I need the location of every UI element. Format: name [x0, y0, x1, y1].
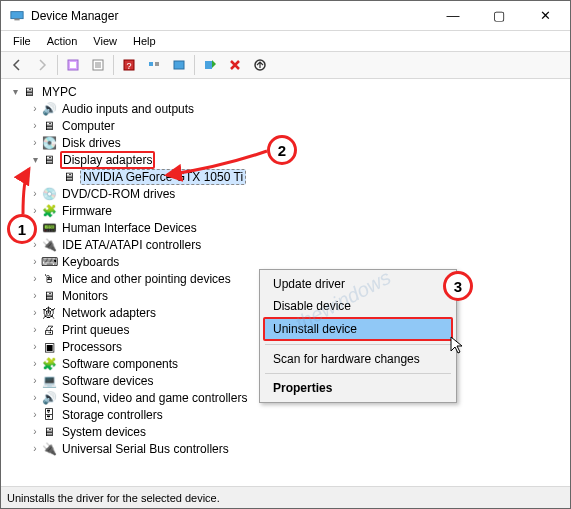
expand-arrow-icon[interactable]: ›: [29, 290, 41, 301]
expand-arrow-icon[interactable]: ›: [29, 358, 41, 369]
tree-item[interactable]: ›🗄Storage controllers: [29, 406, 570, 423]
tree-item[interactable]: ›⌨Keyboards: [29, 253, 570, 270]
device-icon: 🖥: [41, 288, 57, 304]
expand-arrow-icon[interactable]: ›: [29, 324, 41, 335]
tree-item-label[interactable]: Software devices: [60, 374, 155, 388]
mouse-cursor-icon: [450, 336, 464, 357]
tree-item-label[interactable]: Universal Serial Bus controllers: [60, 442, 231, 456]
tree-item[interactable]: ›🔌Universal Serial Bus controllers: [29, 440, 570, 457]
tree-item[interactable]: ›💽Disk drives: [29, 134, 570, 151]
tree-item-label[interactable]: Computer: [60, 119, 117, 133]
device-icon: 📟: [41, 220, 57, 236]
context-menu-item[interactable]: Uninstall device: [263, 317, 453, 341]
device-tree[interactable]: ▾ 🖥 MYPC ›🔊Audio inputs and outputs›🖥Com…: [1, 79, 570, 486]
svg-rect-3: [70, 62, 76, 68]
menubar: File Action View Help: [1, 31, 570, 51]
expand-arrow-icon[interactable]: ›: [29, 409, 41, 420]
tree-item-label[interactable]: Audio inputs and outputs: [60, 102, 196, 116]
expand-arrow-icon[interactable]: ›: [29, 103, 41, 114]
tree-item-label[interactable]: Mice and other pointing devices: [60, 272, 233, 286]
toolbar-properties-button[interactable]: [86, 54, 110, 76]
tree-item-label[interactable]: IDE ATA/ATAPI controllers: [60, 238, 203, 252]
tree-item[interactable]: ›🔊Audio inputs and outputs: [29, 100, 570, 117]
expand-arrow-icon[interactable]: ›: [29, 188, 41, 199]
toolbar-help-button[interactable]: ?: [117, 54, 141, 76]
device-icon: 🗄: [41, 407, 57, 423]
tree-item-label[interactable]: Software components: [60, 357, 180, 371]
tree-item-label[interactable]: Firmware: [60, 204, 114, 218]
device-icon: 🖥: [61, 169, 77, 185]
toolbar-uninstall-button[interactable]: [223, 54, 247, 76]
tree-item[interactable]: ›🖥Computer: [29, 117, 570, 134]
tree-item[interactable]: ›🧩Firmware: [29, 202, 570, 219]
toolbar-separator: [113, 55, 114, 75]
tree-item-label[interactable]: DVD/CD-ROM drives: [60, 187, 177, 201]
svg-text:?: ?: [126, 61, 131, 71]
expand-arrow-icon[interactable]: ›: [29, 392, 41, 403]
tree-item-label[interactable]: Display adapters: [60, 151, 155, 169]
tree-item[interactable]: ›💿DVD/CD-ROM drives: [29, 185, 570, 202]
toolbar-back-button[interactable]: [5, 54, 29, 76]
menu-action[interactable]: Action: [39, 33, 86, 49]
tree-item-label[interactable]: Monitors: [60, 289, 110, 303]
device-icon: 🖥: [41, 118, 57, 134]
tree-item[interactable]: ▾🖥Display adapters: [29, 151, 570, 168]
status-text: Uninstalls the driver for the selected d…: [7, 492, 220, 504]
collapse-arrow-icon[interactable]: ▾: [29, 154, 41, 165]
window-close-button[interactable]: ✕: [522, 1, 568, 30]
expand-arrow-icon[interactable]: ›: [29, 205, 41, 216]
window-title: Device Manager: [31, 9, 430, 23]
window-maximize-button[interactable]: ▢: [476, 1, 522, 30]
tree-root[interactable]: ▾ 🖥 MYPC: [9, 83, 570, 100]
toolbar-update-driver-button[interactable]: [248, 54, 272, 76]
toolbar-small-icons-button[interactable]: [142, 54, 166, 76]
context-menu-separator: [265, 373, 451, 374]
tree-item-label[interactable]: NVIDIA GeForce GTX 1050 Ti: [80, 169, 246, 185]
tree-item-label[interactable]: Sound, video and game controllers: [60, 391, 249, 405]
tree-item-label[interactable]: Disk drives: [60, 136, 123, 150]
toolbar-forward-button[interactable]: [30, 54, 54, 76]
toolbar: ?: [1, 51, 570, 79]
toolbar-separator: [57, 55, 58, 75]
device-icon: 🔌: [41, 441, 57, 457]
menu-help[interactable]: Help: [125, 33, 164, 49]
tree-item-label[interactable]: Keyboards: [60, 255, 121, 269]
tree-item[interactable]: ›📟Human Interface Devices: [29, 219, 570, 236]
expand-arrow-icon[interactable]: ▾: [9, 86, 21, 97]
expand-arrow-icon[interactable]: ›: [29, 120, 41, 131]
expand-arrow-icon[interactable]: ›: [29, 137, 41, 148]
toolbar-scan-hardware-button[interactable]: [198, 54, 222, 76]
statusbar: Uninstalls the driver for the selected d…: [1, 486, 570, 508]
tree-item-label[interactable]: System devices: [60, 425, 148, 439]
tree-item-label[interactable]: Processors: [60, 340, 124, 354]
context-menu-item[interactable]: Update driver: [263, 273, 453, 295]
tree-item-label[interactable]: Network adapters: [60, 306, 158, 320]
device-icon: 🖥: [41, 424, 57, 440]
context-menu-item[interactable]: Scan for hardware changes: [263, 348, 453, 370]
menu-view[interactable]: View: [85, 33, 125, 49]
context-menu-item[interactable]: Properties: [263, 377, 453, 399]
device-icon: 💿: [41, 186, 57, 202]
expand-arrow-icon[interactable]: ›: [29, 307, 41, 318]
toolbar-large-icons-button[interactable]: [167, 54, 191, 76]
device-icon: 🔊: [41, 101, 57, 117]
device-icon: ▣: [41, 339, 57, 355]
tree-item[interactable]: ›🖥System devices: [29, 423, 570, 440]
expand-arrow-icon[interactable]: ›: [29, 273, 41, 284]
expand-arrow-icon[interactable]: ›: [29, 375, 41, 386]
expand-arrow-icon[interactable]: ›: [29, 443, 41, 454]
tree-item[interactable]: ›🔌IDE ATA/ATAPI controllers: [29, 236, 570, 253]
tree-item-label[interactable]: Print queues: [60, 323, 131, 337]
tree-item[interactable]: 🖥NVIDIA GeForce GTX 1050 Ti: [49, 168, 570, 185]
context-menu-item[interactable]: Disable device: [263, 295, 453, 317]
tree-item-label[interactable]: Human Interface Devices: [60, 221, 199, 235]
expand-arrow-icon[interactable]: ›: [29, 341, 41, 352]
root-label[interactable]: MYPC: [40, 85, 79, 99]
window-minimize-button[interactable]: —: [430, 1, 476, 30]
tree-item-label[interactable]: Storage controllers: [60, 408, 165, 422]
expand-arrow-icon[interactable]: ›: [29, 426, 41, 437]
annotation-2: 2: [267, 135, 297, 165]
expand-arrow-icon[interactable]: ›: [29, 256, 41, 267]
menu-file[interactable]: File: [5, 33, 39, 49]
toolbar-show-hidden-button[interactable]: [61, 54, 85, 76]
